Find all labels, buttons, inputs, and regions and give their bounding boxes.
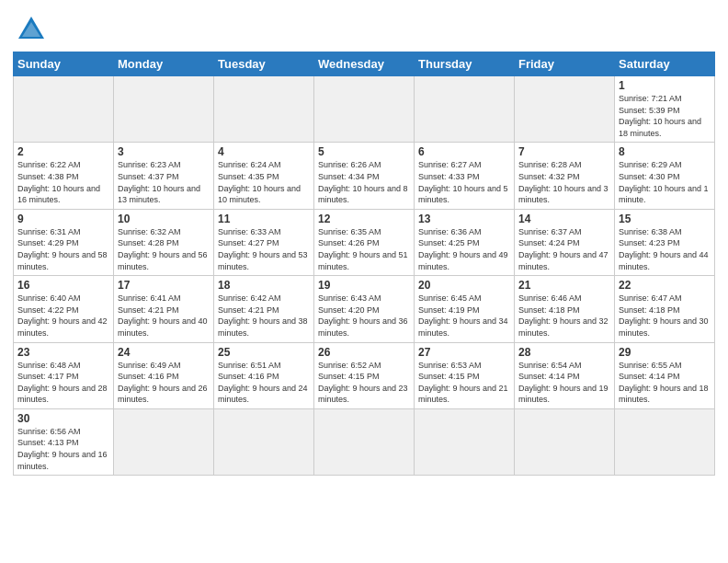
calendar-cell xyxy=(415,76,515,143)
day-info: Sunrise: 6:24 AM Sunset: 4:35 PM Dayligh… xyxy=(218,159,310,205)
day-info: Sunrise: 6:53 AM Sunset: 4:15 PM Dayligh… xyxy=(418,360,510,406)
day-number: 26 xyxy=(318,346,410,359)
calendar-cell xyxy=(214,76,314,143)
calendar-cell: 20Sunrise: 6:45 AM Sunset: 4:19 PM Dayli… xyxy=(415,276,515,342)
calendar-cell xyxy=(214,408,314,475)
calendar-cell: 2Sunrise: 6:22 AM Sunset: 4:38 PM Daylig… xyxy=(14,143,114,209)
header xyxy=(13,9,715,46)
day-number: 5 xyxy=(318,145,410,158)
day-info: Sunrise: 6:36 AM Sunset: 4:25 PM Dayligh… xyxy=(418,226,510,272)
calendar-cell: 12Sunrise: 6:35 AM Sunset: 4:26 PM Dayli… xyxy=(314,209,415,275)
calendar-cell: 5Sunrise: 6:26 AM Sunset: 4:34 PM Daylig… xyxy=(314,143,415,209)
day-number: 8 xyxy=(619,145,711,158)
day-info: Sunrise: 6:26 AM Sunset: 4:34 PM Dayligh… xyxy=(318,159,410,205)
day-info: Sunrise: 6:47 AM Sunset: 4:18 PM Dayligh… xyxy=(619,293,711,339)
day-info: Sunrise: 6:51 AM Sunset: 4:16 PM Dayligh… xyxy=(218,360,310,406)
calendar-cell xyxy=(515,76,615,143)
day-info: Sunrise: 6:22 AM Sunset: 4:38 PM Dayligh… xyxy=(17,159,109,205)
calendar-cell xyxy=(515,408,615,475)
calendar-cell: 9Sunrise: 6:31 AM Sunset: 4:29 PM Daylig… xyxy=(14,209,114,275)
day-info: Sunrise: 6:29 AM Sunset: 4:30 PM Dayligh… xyxy=(619,159,711,205)
day-number: 4 xyxy=(218,145,310,158)
day-info: Sunrise: 6:46 AM Sunset: 4:18 PM Dayligh… xyxy=(518,293,610,339)
day-number: 7 xyxy=(518,145,610,158)
calendar-header-row: SundayMondayTuesdayWednesdayThursdayFrid… xyxy=(14,52,715,76)
day-info: Sunrise: 6:52 AM Sunset: 4:15 PM Dayligh… xyxy=(318,360,410,406)
calendar-week-row: 30Sunrise: 6:56 AM Sunset: 4:13 PM Dayli… xyxy=(14,408,715,475)
calendar-week-row: 2Sunrise: 6:22 AM Sunset: 4:38 PM Daylig… xyxy=(14,143,715,209)
calendar-cell xyxy=(14,76,114,143)
day-number: 1 xyxy=(619,79,711,92)
calendar-cell: 7Sunrise: 6:28 AM Sunset: 4:32 PM Daylig… xyxy=(515,143,615,209)
calendar-cell: 4Sunrise: 6:24 AM Sunset: 4:35 PM Daylig… xyxy=(214,143,314,209)
day-number: 3 xyxy=(118,145,210,158)
calendar-cell: 8Sunrise: 6:29 AM Sunset: 4:30 PM Daylig… xyxy=(615,143,715,209)
day-info: Sunrise: 6:54 AM Sunset: 4:14 PM Dayligh… xyxy=(518,360,610,406)
day-info: Sunrise: 6:33 AM Sunset: 4:27 PM Dayligh… xyxy=(218,226,310,272)
calendar-cell: 22Sunrise: 6:47 AM Sunset: 4:18 PM Dayli… xyxy=(615,276,715,342)
day-number: 22 xyxy=(619,279,711,292)
day-info: Sunrise: 6:48 AM Sunset: 4:17 PM Dayligh… xyxy=(17,360,109,406)
calendar-cell xyxy=(114,408,214,475)
day-number: 14 xyxy=(518,213,610,225)
day-number: 12 xyxy=(318,213,410,225)
day-info: Sunrise: 6:23 AM Sunset: 4:37 PM Dayligh… xyxy=(118,159,210,205)
calendar-week-row: 9Sunrise: 6:31 AM Sunset: 4:29 PM Daylig… xyxy=(14,209,715,275)
calendar-cell: 3Sunrise: 6:23 AM Sunset: 4:37 PM Daylig… xyxy=(114,143,214,209)
day-number: 15 xyxy=(619,213,711,225)
day-number: 17 xyxy=(118,279,210,292)
calendar-cell: 1Sunrise: 7:21 AM Sunset: 5:39 PM Daylig… xyxy=(615,76,715,143)
day-number: 10 xyxy=(118,213,210,225)
calendar-cell: 6Sunrise: 6:27 AM Sunset: 4:33 PM Daylig… xyxy=(415,143,515,209)
day-number: 24 xyxy=(118,346,210,359)
calendar-cell xyxy=(314,76,415,143)
weekday-header: Wednesday xyxy=(314,52,415,76)
day-number: 6 xyxy=(418,145,510,158)
day-info: Sunrise: 6:56 AM Sunset: 4:13 PM Dayligh… xyxy=(17,426,109,472)
calendar-cell: 16Sunrise: 6:40 AM Sunset: 4:22 PM Dayli… xyxy=(14,276,114,342)
day-number: 28 xyxy=(518,346,610,359)
calendar-week-row: 16Sunrise: 6:40 AM Sunset: 4:22 PM Dayli… xyxy=(14,276,715,342)
day-number: 16 xyxy=(17,279,109,292)
calendar-cell: 14Sunrise: 6:37 AM Sunset: 4:24 PM Dayli… xyxy=(515,209,615,275)
day-info: Sunrise: 6:28 AM Sunset: 4:32 PM Dayligh… xyxy=(518,159,610,205)
day-number: 20 xyxy=(418,279,510,292)
calendar-table: SundayMondayTuesdayWednesdayThursdayFrid… xyxy=(13,52,715,476)
logo xyxy=(13,13,48,46)
calendar-cell: 13Sunrise: 6:36 AM Sunset: 4:25 PM Dayli… xyxy=(415,209,515,275)
calendar-cell: 24Sunrise: 6:49 AM Sunset: 4:16 PM Dayli… xyxy=(114,342,214,408)
page: SundayMondayTuesdayWednesdayThursdayFrid… xyxy=(0,0,728,563)
day-info: Sunrise: 6:40 AM Sunset: 4:22 PM Dayligh… xyxy=(17,293,109,339)
day-info: Sunrise: 6:32 AM Sunset: 4:28 PM Dayligh… xyxy=(118,226,210,272)
calendar-week-row: 1Sunrise: 7:21 AM Sunset: 5:39 PM Daylig… xyxy=(14,76,715,143)
day-number: 25 xyxy=(218,346,310,359)
day-number: 27 xyxy=(418,346,510,359)
calendar-cell: 19Sunrise: 6:43 AM Sunset: 4:20 PM Dayli… xyxy=(314,276,415,342)
calendar-cell xyxy=(415,408,515,475)
calendar-cell: 26Sunrise: 6:52 AM Sunset: 4:15 PM Dayli… xyxy=(314,342,415,408)
day-info: Sunrise: 6:38 AM Sunset: 4:23 PM Dayligh… xyxy=(619,226,711,272)
day-info: Sunrise: 6:43 AM Sunset: 4:20 PM Dayligh… xyxy=(318,293,410,339)
day-info: Sunrise: 6:45 AM Sunset: 4:19 PM Dayligh… xyxy=(418,293,510,339)
day-number: 30 xyxy=(17,412,109,425)
day-number: 23 xyxy=(17,346,109,359)
weekday-header: Saturday xyxy=(615,52,715,76)
weekday-header: Tuesday xyxy=(214,52,314,76)
calendar-week-row: 23Sunrise: 6:48 AM Sunset: 4:17 PM Dayli… xyxy=(14,342,715,408)
day-number: 18 xyxy=(218,279,310,292)
day-number: 11 xyxy=(218,213,310,225)
calendar-cell: 25Sunrise: 6:51 AM Sunset: 4:16 PM Dayli… xyxy=(214,342,314,408)
day-number: 29 xyxy=(619,346,711,359)
calendar-cell: 11Sunrise: 6:33 AM Sunset: 4:27 PM Dayli… xyxy=(214,209,314,275)
calendar-cell: 28Sunrise: 6:54 AM Sunset: 4:14 PM Dayli… xyxy=(515,342,615,408)
day-info: Sunrise: 6:37 AM Sunset: 4:24 PM Dayligh… xyxy=(518,226,610,272)
calendar-cell xyxy=(314,408,415,475)
calendar-cell: 23Sunrise: 6:48 AM Sunset: 4:17 PM Dayli… xyxy=(14,342,114,408)
calendar-cell: 30Sunrise: 6:56 AM Sunset: 4:13 PM Dayli… xyxy=(14,408,114,475)
day-info: Sunrise: 6:35 AM Sunset: 4:26 PM Dayligh… xyxy=(318,226,410,272)
calendar-cell: 29Sunrise: 6:55 AM Sunset: 4:14 PM Dayli… xyxy=(615,342,715,408)
day-info: Sunrise: 6:49 AM Sunset: 4:16 PM Dayligh… xyxy=(118,360,210,406)
weekday-header: Friday xyxy=(515,52,615,76)
day-number: 9 xyxy=(17,213,109,225)
calendar-cell: 10Sunrise: 6:32 AM Sunset: 4:28 PM Dayli… xyxy=(114,209,214,275)
